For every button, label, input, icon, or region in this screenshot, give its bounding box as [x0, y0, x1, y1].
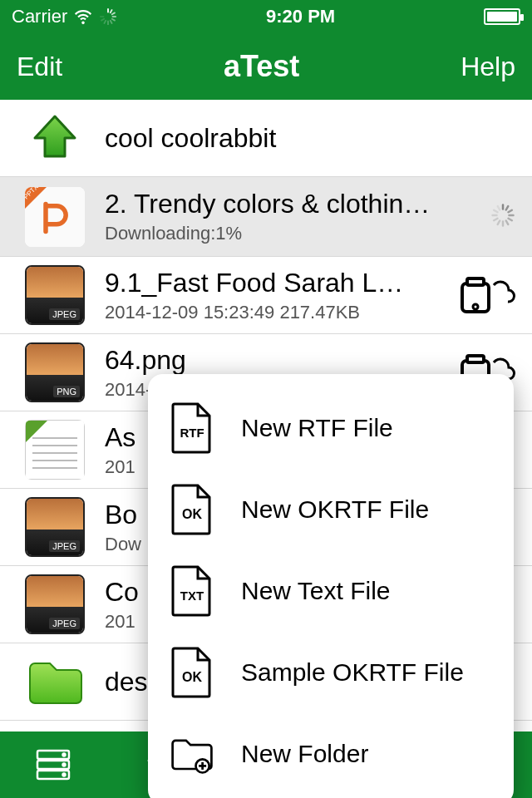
nav-bar: Edit aTest Help: [0, 33, 532, 100]
popover-item-label: New RTF File: [241, 414, 393, 442]
svg-point-39: [63, 764, 66, 766]
popover-item-sample-okrtf[interactable]: OK Sample OKRTF File: [148, 632, 514, 713]
loading-spinner-icon: [490, 203, 515, 231]
file-rtf-icon: RTF: [170, 402, 214, 454]
popover-item-new-rtf[interactable]: RTF New RTF File: [148, 387, 514, 469]
file-thumb-jpeg: JPEG: [25, 574, 85, 634]
activity-spinner-icon: [99, 7, 117, 26]
svg-line-5: [111, 21, 112, 23]
carrier-label: Carrier: [12, 6, 67, 27]
svg-line-11: [506, 206, 509, 209]
up-arrow-icon: [25, 108, 85, 168]
cloud-sync-icon[interactable]: [457, 272, 515, 318]
page-title: aTest: [224, 49, 299, 84]
new-item-popover: RTF New RTF File OK New OKRTF File TXT N…: [148, 374, 514, 798]
svg-text:RTF: RTF: [180, 426, 204, 440]
popover-item-label: New OKRTF File: [241, 495, 429, 524]
file-thumb-png: PNG: [25, 342, 85, 402]
battery-icon: [484, 8, 520, 25]
folder-icon: [25, 652, 85, 712]
svg-point-38: [63, 754, 66, 756]
svg-line-12: [509, 209, 512, 212]
wifi-icon: [74, 7, 92, 26]
list-item[interactable]: PPTX 2. Trendy colors & clothin… Downloa…: [0, 177, 532, 257]
svg-rect-22: [462, 283, 489, 312]
svg-text:TXT: TXT: [180, 589, 204, 603]
clock: 9:20 PM: [266, 6, 335, 27]
list-item-up[interactable]: cool coolrabbit: [0, 100, 532, 177]
file-okrtf-icon: OK: [170, 647, 214, 698]
status-bar: Carrier 9:20 PM: [0, 0, 532, 33]
svg-text:OK: OK: [182, 507, 202, 521]
popover-item-label: New Folder: [241, 740, 368, 768]
row-title: cool coolrabbit: [105, 123, 515, 154]
file-okrtf-icon: OK: [170, 484, 214, 535]
help-button[interactable]: Help: [461, 52, 515, 82]
svg-line-1: [111, 10, 112, 12]
svg-line-7: [105, 21, 106, 23]
popover-item-new-folder[interactable]: New Folder: [148, 713, 514, 795]
svg-rect-26: [467, 356, 484, 362]
row-title: 9.1_Fast Food Sarah L…: [105, 268, 447, 298]
row-subtitle: Downloading:1%: [105, 223, 480, 244]
popover-item-new-okrtf[interactable]: OK New OKRTF File: [148, 469, 514, 550]
svg-point-40: [63, 774, 66, 776]
file-thumb-jpeg: JPEG: [25, 265, 85, 325]
servers-button[interactable]: [27, 738, 80, 791]
svg-line-20: [494, 209, 497, 212]
file-thumb-pptx: PPTX: [25, 187, 85, 247]
svg-rect-23: [467, 278, 484, 285]
popover-item-new-text[interactable]: TXT New Text File: [148, 550, 514, 632]
svg-line-15: [506, 220, 509, 224]
svg-line-14: [509, 218, 512, 220]
svg-line-8: [101, 19, 104, 21]
new-folder-icon: [170, 728, 214, 780]
list-item[interactable]: JPEG 9.1_Fast Food Sarah L… 2014-12-09 1…: [0, 257, 532, 334]
file-thumb-text: [25, 420, 85, 480]
popover-item-label: New Text File: [241, 577, 391, 605]
svg-line-2: [112, 12, 115, 14]
file-thumb-jpeg: JPEG: [25, 497, 85, 557]
popover-item-label: Sample OKRTF File: [241, 658, 464, 687]
row-subtitle: 2014-12-09 15:23:49 217.47KB: [105, 302, 447, 323]
edit-button[interactable]: Edit: [17, 52, 62, 82]
svg-line-18: [494, 218, 497, 220]
row-title: 2. Trendy colors & clothin…: [105, 189, 480, 219]
svg-line-21: [498, 206, 500, 209]
row-title: 64.png: [105, 345, 447, 376]
svg-line-4: [112, 19, 115, 21]
svg-line-17: [498, 220, 500, 224]
svg-text:OK: OK: [182, 670, 202, 684]
file-txt-icon: TXT: [170, 565, 214, 617]
